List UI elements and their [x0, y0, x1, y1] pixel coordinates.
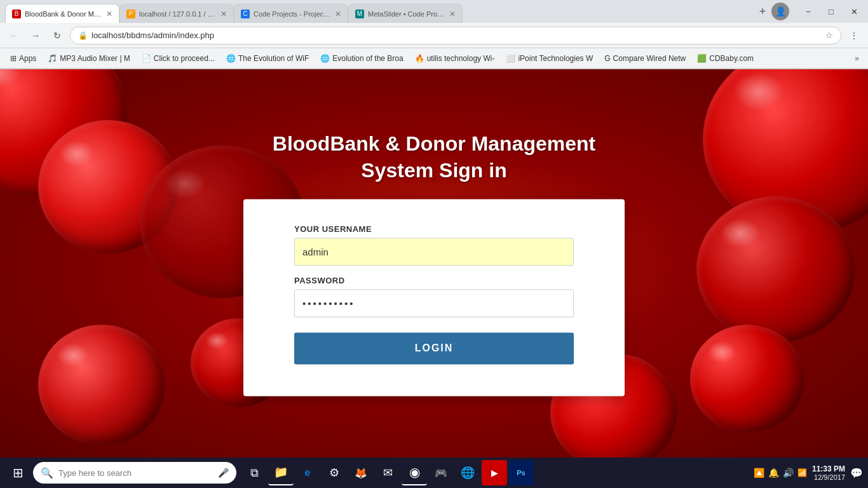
file-explorer-button[interactable]: 📁 [268, 460, 294, 485]
username-label: YOUR USERNAME [294, 225, 574, 234]
settings-button[interactable]: ⚙ [322, 460, 347, 485]
taskbar: ⊞ 🔍 🎤 ⧉ 📁 e ⚙ 🦊 ✉ ◉ 🎮 🌐 ▶ Ps 🔼 🔔 🔊 📶 11:… [0, 458, 868, 488]
bookmark-icon-4: 🌐 [320, 54, 330, 63]
bookmark-3[interactable]: 🌐The Evolution of WiF [221, 52, 314, 65]
bookmark-icon-8: 🟩 [697, 54, 707, 63]
bookmark-2[interactable]: 📄Click to proceed... [137, 52, 220, 65]
tab-favicon-tab2: P [126, 10, 135, 18]
maximize-button[interactable]: □ [822, 3, 840, 20]
tab-tab1[interactable]: B BloodBank & Donor Ma... ✕ [5, 4, 119, 23]
tab-close-tab4[interactable]: ✕ [449, 10, 456, 18]
blood-background: BloodBank & Donor Management System Sign… [0, 69, 868, 458]
bookmark-4[interactable]: 🌐Evolution of the Broa [315, 52, 408, 65]
tab-close-tab3[interactable]: ✕ [335, 10, 341, 18]
start-button[interactable]: ⊞ [5, 460, 31, 485]
bookmark-icon-7: G [604, 54, 610, 63]
bookmarks-bar: ⊞ Apps 🎵MP3 Audio Mixer | M📄Click to pro… [0, 48, 868, 69]
tab-close-tab2[interactable]: ✕ [220, 10, 227, 18]
url-right-icons: ☆ [825, 30, 833, 40]
search-icon: 🔍 [41, 467, 53, 479]
bookmark-label-1: MP3 Audio Mixer | M [60, 54, 130, 63]
apps-icon: ⊞ [10, 54, 17, 63]
lock-icon: 🔒 [78, 31, 88, 40]
address-bar: ← → ↻ 🔒 localhost/bbdms/admin/index.php … [0, 23, 868, 48]
bookmark-apps[interactable]: ⊞ Apps [5, 52, 41, 65]
tab-favicon-tab3: C [241, 10, 250, 18]
apps-label: Apps [19, 54, 36, 63]
password-group: PASSWORD [294, 276, 574, 318]
search-bar[interactable]: 🔍 🎤 [33, 462, 236, 484]
bookmark-8[interactable]: 🟩CDBaby.com [692, 52, 759, 65]
bookmark-label-8: CDBaby.com [709, 54, 754, 63]
bookmarks-more-button[interactable]: » [851, 52, 863, 65]
new-tab-button[interactable]: + [754, 3, 771, 20]
taskbar-right: 🔼 🔔 🔊 📶 11:33 PM 12/9/2017 💬 [754, 464, 863, 481]
password-label: PASSWORD [294, 276, 574, 286]
tab-favicon-tab4: M [355, 10, 364, 18]
tray-network[interactable]: 📶 [797, 468, 807, 477]
bookmark-1[interactable]: 🎵MP3 Audio Mixer | M [43, 52, 135, 65]
tray-volume[interactable]: 🔊 [783, 468, 794, 478]
page-title: BloodBank & Donor Management System Sign… [243, 131, 625, 184]
login-box: YOUR USERNAME PASSWORD LOGIN [243, 200, 625, 396]
tab-tab4[interactable]: M MetaSlider • Code Proje... ✕ [348, 4, 463, 23]
action-center-icon[interactable]: 💬 [850, 467, 863, 479]
page-content: BloodBank & Donor Management System Sign… [0, 69, 868, 458]
mail-button[interactable]: ✉ [375, 460, 400, 485]
bookmark-icon-1: 🎵 [48, 54, 57, 63]
tray-up-arrow[interactable]: 🔼 [754, 468, 764, 478]
search-input[interactable] [58, 468, 213, 478]
extensions-button[interactable]: ⋮ [845, 27, 863, 44]
bookmark-7[interactable]: GCompare Wired Netw [599, 52, 691, 65]
back-button[interactable]: ← [5, 27, 23, 44]
login-overlay: BloodBank & Donor Management System Sign… [243, 131, 625, 396]
edge-button[interactable]: e [295, 460, 320, 485]
url-bar[interactable]: 🔒 localhost/bbdms/admin/index.php ☆ [70, 27, 841, 44]
bookmark-label-6: iPoint Technologies W [518, 54, 593, 63]
tab-tab3[interactable]: C Code Projects - Projects... ✕ [234, 4, 348, 23]
login-button[interactable]: LOGIN [294, 333, 574, 365]
app8-button[interactable]: 🌐 [455, 460, 480, 485]
bookmark-label-2: Click to proceed... [154, 54, 215, 63]
app9-button[interactable]: ▶ [482, 460, 507, 485]
forward-button[interactable]: → [27, 27, 44, 44]
bookmark-label-5: utilis technology Wi- [427, 54, 495, 63]
system-clock[interactable]: 11:33 PM 12/9/2017 [812, 464, 845, 481]
blood-cell-4 [696, 196, 855, 342]
password-input[interactable] [294, 290, 574, 318]
blood-cell-6 [690, 325, 804, 433]
bookmark-5[interactable]: 🔥utilis technology Wi- [410, 52, 500, 65]
tab-close-tab1[interactable]: ✕ [106, 10, 112, 18]
chrome-button[interactable]: ◉ [402, 460, 427, 485]
close-button[interactable]: ✕ [845, 3, 863, 20]
bookmark-label-3: The Evolution of WiF [238, 54, 309, 63]
username-input[interactable] [294, 238, 574, 266]
window-controls: − □ ✕ [799, 3, 863, 20]
microphone-icon[interactable]: 🎤 [218, 468, 229, 478]
blood-cell-5 [38, 325, 165, 445]
clock-date: 12/9/2017 [812, 473, 845, 481]
tabs-container: B BloodBank & Donor Ma... ✕ P localhost … [5, 0, 751, 23]
photoshop-button[interactable]: Ps [508, 460, 534, 485]
tab-tab2[interactable]: P localhost / 127.0.0.1 / bl... ✕ [119, 4, 234, 23]
star-icon[interactable]: ☆ [825, 30, 833, 40]
firefox-button[interactable]: 🦊 [348, 460, 374, 485]
bookmark-label-7: Compare Wired Netw [613, 54, 686, 63]
tab-title-tab1: BloodBank & Donor Ma... [25, 10, 102, 18]
tab-title-tab4: MetaSlider • Code Proje... [368, 10, 445, 18]
bookmark-6[interactable]: ⬜iPoint Technologies W [501, 52, 598, 65]
profile-icon[interactable]: 👤 [771, 3, 789, 20]
tab-title-tab2: localhost / 127.0.0.1 / bl... [139, 10, 217, 18]
system-tray: 🔼 🔔 🔊 📶 [754, 468, 807, 478]
minimize-button[interactable]: − [799, 3, 817, 20]
app7-button[interactable]: 🎮 [428, 460, 454, 485]
taskbar-icons: ⧉ 📁 e ⚙ 🦊 ✉ ◉ 🎮 🌐 ▶ Ps [241, 460, 534, 485]
refresh-button[interactable]: ↻ [48, 27, 66, 44]
tray-notification[interactable]: 🔔 [768, 468, 779, 478]
tab-favicon-tab1: B [12, 10, 21, 18]
username-group: YOUR USERNAME [294, 225, 574, 266]
bookmark-icon-5: 🔥 [415, 54, 424, 63]
clock-time: 11:33 PM [812, 464, 845, 473]
bookmark-label-4: Evolution of the Broa [332, 54, 403, 63]
task-view-button[interactable]: ⧉ [241, 460, 267, 485]
